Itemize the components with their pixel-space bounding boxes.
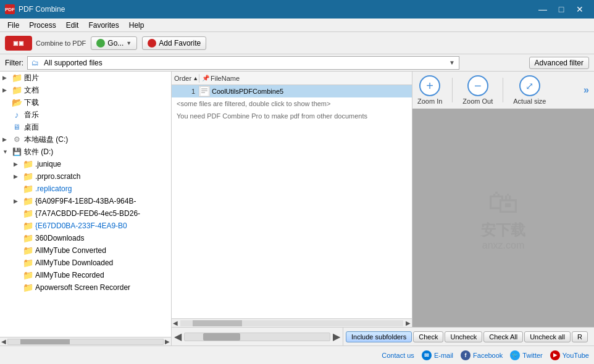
tree-item-prpro[interactable]: ▶ 📁 .prpro.scratch [0,170,171,183]
tree-item-music[interactable]: ♪ 音乐 [0,109,171,121]
go-icon [96,39,105,48]
tree-item-drive-c[interactable]: ▶ ⚙ 本地磁盘 (C:) [0,133,171,146]
tree-item-guid3[interactable]: 📁 {E67DD0BA-233F-4EA9-B0 [0,220,171,232]
menu-file[interactable]: File [2,20,24,31]
tree-toggle[interactable]: ▶ [2,87,11,93]
col-order-header[interactable]: Order ▲ [174,75,199,82]
check-button[interactable]: Check [413,331,443,342]
watermark-bag-icon: 🛍 [481,184,525,220]
zoom-out-circle[interactable]: − [467,75,488,96]
minimize-button[interactable]: — [533,0,552,19]
file-tree-scroll[interactable]: ▶ 📁 图片 ▶ 📁 文档 📂 下载 ♪ 音乐 [0,72,171,337]
fl-hscroll-right[interactable]: ▶ [404,319,412,327]
uncheck-all-button[interactable]: Uncheck all [524,331,571,342]
title-bar-left: PDF PDF Combine [5,4,65,14]
hscroll-right-arrow[interactable]: ▶ [164,338,171,345]
combine-label: Combine to PDF [36,39,86,47]
email-label: E-mail [434,352,453,359]
file-list-body[interactable]: 1 CoolUtilsPDFCombine5 <some files are f… [172,85,412,202]
tree-item-360downloads[interactable]: 📁 360Downloads [0,232,171,244]
tree-item-desktop[interactable]: 🖥 桌面 [0,121,171,133]
actual-size-button[interactable]: ⤢ Actual size [513,75,546,105]
col-filename-header[interactable]: 📌 FileName [199,75,409,82]
filter-dropdown[interactable]: 🗂 All supported files ▼ [27,56,459,70]
tree-toggle[interactable]: ▶ [2,75,11,81]
hscroll-track[interactable] [184,333,330,341]
folder-icon: 📁 [22,233,33,243]
file-row[interactable]: 1 CoolUtilsPDFCombine5 [172,85,412,97]
desktop-icon: 🖥 [11,123,22,131]
uncheck-button[interactable]: Uncheck [445,331,482,342]
file-list-hscroll[interactable]: ◀ ▶ [172,318,412,327]
tree-item-pictures[interactable]: ▶ 📁 图片 [0,72,171,84]
folder-icon: 📁 [22,172,33,181]
hscroll-track[interactable] [7,339,164,345]
hscroll-right-icon[interactable]: ▶ [333,331,340,342]
preview-controls: + Zoom In − Zoom Out ⤢ Actual size [412,72,594,109]
hscroll-thumb[interactable] [203,333,240,341]
tree-item-drive-d[interactable]: ▼ 💾 软件 (D:) [0,146,171,158]
tree-item-guid2[interactable]: 📁 {7A7ACBDD-FED6-4ec5-BD26- [0,207,171,220]
folder-icon: 📁 [22,283,33,292]
file-name: CoolUtilsPDFCombine5 [212,88,409,95]
tree-item-documents[interactable]: ▶ 📁 文档 [0,84,171,96]
filter-arrow-icon: ▼ [449,59,455,66]
tree-item-allmytube-recorded[interactable]: 📁 AllMyTube Recorded [0,269,171,281]
toolbar: ▣▣ Combine to PDF Go... ▼ Add Favorite [0,32,594,54]
maximize-button[interactable]: □ [552,0,571,19]
include-subfolders-button[interactable]: Include subfolders [346,331,412,342]
tree-item-allmytube-converted[interactable]: 📁 AllMyTube Converted [0,244,171,257]
more-button[interactable]: R [572,331,588,342]
close-button[interactable]: ✕ [571,0,589,19]
sort-arrow-icon: ▲ [193,75,198,81]
add-favorite-button[interactable]: Add Favorite [142,36,206,50]
preview-pane: + Zoom In − Zoom Out ⤢ Actual size [412,72,594,327]
zoom-in-button[interactable]: + Zoom In [417,75,442,105]
fl-hscroll-left[interactable]: ◀ [172,319,179,327]
menu-favorites[interactable]: Favorites [83,20,123,31]
hscroll-left-arrow[interactable]: ◀ [0,338,7,345]
menu-edit[interactable]: Edit [61,20,84,31]
file-info-pro: You need PDF Combine Pro to make pdf fro… [172,110,412,122]
tree-label: 音乐 [24,110,39,120]
tree-item-replicatorg[interactable]: 📁 .replicatorg [0,183,171,195]
twitter-link[interactable]: 🐦 Twitter [510,350,542,360]
tree-item-allmytube-downloaded[interactable]: 📁 AllMyTube Downloaded [0,257,171,269]
youtube-link[interactable]: ▶ YouTube [550,350,589,360]
watermark-area [172,202,412,318]
folder-icon: 📁 [22,246,33,255]
facebook-link[interactable]: f Facebook [461,350,503,360]
tree-item-downloads[interactable]: 📂 下载 [0,96,171,109]
tree-label: 下载 [24,97,39,108]
menu-process[interactable]: Process [24,20,61,31]
tree-toggle[interactable]: ▶ [2,136,11,143]
file-tree-pane: ▶ 📁 图片 ▶ 📁 文档 📂 下载 ♪ 音乐 [0,72,172,345]
folder-icon: 📂 [11,97,22,107]
expand-panel-button[interactable]: » [584,85,589,96]
tree-toggle[interactable]: ▶ [14,173,22,180]
tree-item-apowersoft[interactable]: 📁 Apowersoft Screen Recorder [0,281,171,294]
check-all-button[interactable]: Check All [483,331,523,342]
tree-hscrollbar[interactable]: ◀ ▶ [0,337,171,345]
tree-item-guid1[interactable]: ▶ 📁 {6A09F9F4-1E8D-43BA-964B- [0,195,171,207]
go-button[interactable]: Go... ▼ [91,36,137,50]
hscroll-left-icon[interactable]: ◀ [174,331,182,342]
zoom-in-circle[interactable]: + [419,75,440,96]
actual-size-circle[interactable]: ⤢ [519,75,540,96]
tree-toggle[interactable]: ▶ [14,198,22,204]
tree-label: 文档 [24,85,39,96]
menu-help[interactable]: Help [124,20,149,31]
tree-toggle[interactable]: ▼ [2,149,11,155]
tree-item-junique[interactable]: ▶ 📁 .junique [0,158,171,170]
fl-hscroll-thumb[interactable] [193,320,242,326]
hscroll-thumb[interactable] [20,339,70,344]
preview-image: 🛍 安下载 anxz.com [412,109,594,327]
email-link[interactable]: ✉ E-mail [422,350,453,360]
contact-us-link[interactable]: Contact us [382,352,414,359]
advanced-filter-button[interactable]: Advanced filter [529,57,589,69]
fl-hscroll-track[interactable] [180,320,403,326]
filter-icon: 🗂 [31,59,39,67]
zoom-out-button[interactable]: − Zoom Out [462,75,493,105]
tree-toggle[interactable]: ▶ [14,161,22,167]
svg-text:▣▣: ▣▣ [13,40,24,46]
